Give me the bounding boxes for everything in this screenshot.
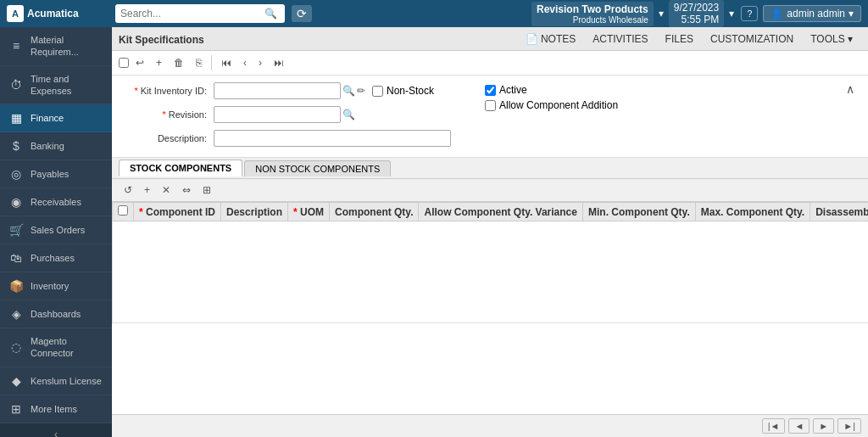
table-header-row: Component ID Description UOM Component Q… bbox=[113, 203, 869, 221]
th-max-qty: Max. Component Qty. bbox=[695, 203, 810, 221]
company-block[interactable]: Revision Two Products Products Wholesale bbox=[531, 2, 654, 26]
action-bar: ↩ + 🗑 ⎘ ⏮ ‹ › ⏭ bbox=[112, 51, 868, 76]
grid-export-button[interactable]: ⊞ bbox=[198, 182, 216, 199]
datetime-block[interactable]: 9/27/2023 5:55 PM bbox=[669, 0, 724, 27]
sidebar: ≡ Material Requirem... ⏱ Time and Expens… bbox=[0, 27, 112, 437]
sidebar-item-receivables[interactable]: ◉ Receivables bbox=[0, 188, 112, 216]
th-component-qty: Component Qty. bbox=[330, 203, 419, 221]
prev-icon: ‹ bbox=[243, 57, 247, 69]
grid-delete-button[interactable]: ✕ bbox=[157, 182, 175, 199]
pagination-next-button[interactable]: ► bbox=[813, 418, 834, 434]
non-stock-checkbox-label: Non-Stock bbox=[372, 85, 434, 97]
tab-stock-components[interactable]: STOCK COMPONENTS bbox=[119, 160, 242, 176]
main-layout: ≡ Material Requirem... ⏱ Time and Expens… bbox=[0, 27, 868, 437]
help-button[interactable]: ? bbox=[741, 6, 758, 21]
sidebar-item-sales-orders[interactable]: 🛒 Sales Orders bbox=[0, 216, 112, 244]
kit-inventory-input-group: 🔍 ✏ bbox=[214, 82, 365, 99]
revision-magnify-icon[interactable]: 🔍 bbox=[342, 109, 355, 120]
edit-icon[interactable]: ✏ bbox=[357, 85, 365, 97]
undo-button[interactable]: ↩ bbox=[131, 54, 149, 71]
revision-input[interactable] bbox=[214, 106, 341, 123]
description-input[interactable] bbox=[214, 130, 451, 147]
sidebar-item-kenslum[interactable]: ◆ Kenslum License bbox=[0, 367, 112, 395]
app-header: A Acumatica 🔍 ⟳ Revision Two Products Pr… bbox=[0, 0, 868, 27]
content-area: Kit Specifications 📄 NOTES ACTIVITIES FI… bbox=[112, 27, 868, 437]
last-button[interactable]: ⏭ bbox=[269, 54, 289, 71]
kit-inventory-row: Kit Inventory ID: 🔍 ✏ Non-Stock bbox=[122, 82, 451, 99]
header-icons: ? 👤 admin admin ▾ bbox=[741, 5, 861, 22]
table-empty-row bbox=[113, 221, 869, 323]
tools-button[interactable]: TOOLS ▾ bbox=[802, 30, 861, 48]
sidebar-item-label: Kenslum License bbox=[31, 375, 102, 387]
finance-icon: ▦ bbox=[8, 111, 24, 125]
sidebar-item-purchases[interactable]: 🛍 Purchases bbox=[0, 244, 112, 272]
sidebar-item-finance[interactable]: ▦ Finance bbox=[0, 104, 112, 132]
company-dropdown-icon: ▾ bbox=[659, 8, 664, 20]
revision-label: Revision: bbox=[122, 109, 207, 120]
grid-add-button[interactable]: + bbox=[139, 182, 155, 199]
search-bar[interactable]: 🔍 bbox=[115, 4, 285, 23]
description-label: Description: bbox=[122, 133, 207, 143]
history-button[interactable]: ⟳ bbox=[292, 5, 312, 22]
sidebar-item-dashboards[interactable]: ◈ Dashboards bbox=[0, 300, 112, 328]
add-button[interactable]: + bbox=[151, 54, 167, 71]
logo-icon[interactable]: A bbox=[7, 5, 24, 22]
first-button[interactable]: ⏮ bbox=[216, 54, 236, 71]
grid-toolbar: ↺ + ✕ ⇔ ⊞ bbox=[112, 179, 868, 202]
next-icon: › bbox=[259, 57, 262, 69]
logo-text: Acumatica bbox=[27, 8, 79, 20]
copy-button[interactable]: ⎘ bbox=[191, 54, 207, 71]
dashboards-icon: ◈ bbox=[8, 307, 24, 321]
pagination-prev-button[interactable]: ◄ bbox=[788, 418, 810, 434]
select-all-checkbox[interactable] bbox=[119, 58, 129, 68]
sidebar-collapse-button[interactable]: ‹ bbox=[0, 423, 112, 437]
magnify-icon[interactable]: 🔍 bbox=[342, 85, 355, 97]
pagination-first-button[interactable]: |◄ bbox=[762, 418, 786, 434]
sidebar-item-banking[interactable]: $ Banking bbox=[0, 132, 112, 160]
sidebar-item-magento[interactable]: ◌ Magento Connector bbox=[0, 328, 112, 367]
sidebar-item-label: Purchases bbox=[31, 252, 75, 264]
material-req-icon: ≡ bbox=[8, 39, 24, 53]
delete-button[interactable]: 🗑 bbox=[169, 54, 189, 71]
non-stock-checkbox[interactable] bbox=[372, 86, 383, 97]
files-button[interactable]: FILES bbox=[657, 30, 702, 48]
sidebar-item-payables[interactable]: ◎ Payables bbox=[0, 160, 112, 188]
sidebar-item-material-req[interactable]: ≡ Material Requirem... bbox=[0, 27, 112, 66]
th-description: Description bbox=[221, 203, 288, 221]
user-menu-button[interactable]: 👤 admin admin ▾ bbox=[763, 5, 861, 22]
magento-icon: ◌ bbox=[8, 340, 24, 354]
th-uom: UOM bbox=[288, 203, 330, 221]
sidebar-item-inventory[interactable]: 📦 Inventory bbox=[0, 272, 112, 300]
more-items-icon: ⊞ bbox=[8, 402, 24, 416]
chevron-left-icon: ‹ bbox=[54, 429, 58, 437]
grid-fit-button[interactable]: ⇔ bbox=[177, 182, 196, 199]
active-checkbox[interactable] bbox=[485, 85, 496, 96]
notes-button[interactable]: 📄 NOTES bbox=[517, 30, 584, 48]
allow-component-checkbox[interactable] bbox=[485, 100, 496, 111]
header-select-checkbox[interactable] bbox=[118, 205, 128, 216]
purchases-icon: 🛍 bbox=[8, 251, 24, 265]
search-icon[interactable]: 🔍 bbox=[264, 8, 277, 20]
sidebar-item-label: Time and Expenses bbox=[31, 73, 103, 98]
collapse-icon[interactable]: ∧ bbox=[846, 82, 854, 96]
notes-bar: Kit Specifications 📄 NOTES ACTIVITIES FI… bbox=[112, 27, 868, 51]
table-body bbox=[113, 221, 869, 323]
kit-inventory-input[interactable] bbox=[214, 82, 341, 99]
prev-button[interactable]: ‹ bbox=[238, 54, 252, 71]
active-checkbox-label: Active bbox=[485, 84, 618, 96]
activities-button[interactable]: ACTIVITIES bbox=[584, 30, 656, 48]
th-component-id: Component ID bbox=[134, 203, 221, 221]
sidebar-item-time-expenses[interactable]: ⏱ Time and Expenses bbox=[0, 66, 112, 105]
sidebar-item-label: Finance bbox=[31, 112, 64, 124]
allow-component-checkbox-label: Allow Component Addition bbox=[485, 99, 618, 111]
sidebar-item-label: Payables bbox=[31, 168, 69, 180]
customization-button[interactable]: CUSTOMIZATION bbox=[702, 30, 802, 48]
separator bbox=[211, 55, 212, 70]
next-button[interactable]: › bbox=[253, 54, 267, 71]
grid-refresh-button[interactable]: ↺ bbox=[119, 182, 137, 199]
sidebar-item-label: Receivables bbox=[31, 196, 81, 208]
sidebar-item-more-items[interactable]: ⊞ More Items bbox=[0, 395, 112, 423]
tab-non-stock-components[interactable]: NON STOCK COMPONENTS bbox=[244, 160, 391, 176]
pagination-last-button[interactable]: ►| bbox=[837, 418, 861, 434]
search-input[interactable] bbox=[120, 8, 264, 20]
